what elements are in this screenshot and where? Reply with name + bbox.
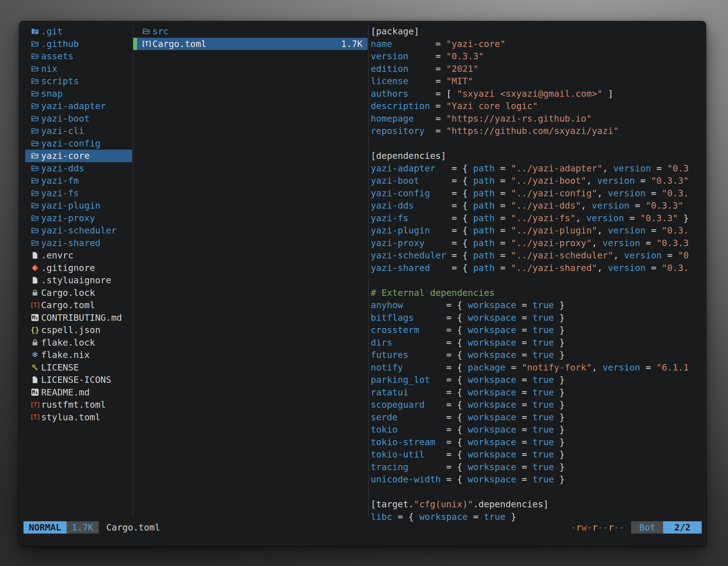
toml-punct: = [662,250,678,261]
preview-line: notify = { package = "notify-fork", vers… [371,361,704,374]
entry-label: nix [41,64,57,74]
toml-key: true [532,462,554,472]
dir-row-yazi-boot[interactable]: yazi-boot [25,112,132,125]
file-row-readme-md[interactable]: M↓README.md [25,386,132,399]
dir-row-yazi-cli[interactable]: yazi-cli [25,125,132,137]
dir-row-yazi-scheduler[interactable]: yazi-scheduler [25,224,132,237]
entry-label: LICENSE-ICONS [41,374,111,385]
dir-row-scripts[interactable]: scripts [25,75,132,88]
entry-label: yazi-proxy [41,213,95,224]
parent-pane[interactable]: .git.githubassetsnixscriptssnapyazi-adap… [25,25,132,423]
file-row-stylua-toml[interactable]: [T]stylua.toml [25,411,132,424]
entry-label: yazi-fs [41,188,79,199]
toml-punct: } [554,474,565,485]
toml-punct: = [408,64,446,74]
dir-row-nix[interactable]: nix [25,63,132,75]
file-row-flake-nix[interactable]: ❄flake.nix [25,349,132,361]
file-row--styluaignore[interactable]: .styluaignore [25,274,132,286]
toml-string: "0.3.3" [640,213,678,224]
file-row-license-icons[interactable]: LICENSE-ICONS [25,373,132,386]
toml-key: workspace [468,374,516,385]
file-row-cargo-lock[interactable]: Cargo.lock [25,286,132,299]
toml-punct: = { [419,175,473,186]
dir-row--github[interactable]: .github [25,38,132,50]
permissions-label: -rw-r--r-- [571,521,625,534]
toml-punct: , [597,188,608,199]
file-row-rustfmt-toml[interactable]: [T]rustfmt.toml [25,398,132,411]
file-row-cargo-toml[interactable]: [T]Cargo.toml [25,299,132,311]
toml-punct: } [554,437,565,447]
permission-char: r [576,522,581,533]
toml-punct: } [554,374,565,385]
dir-row-yazi-shared[interactable]: yazi-shared [25,237,132,250]
toml-key: workspace [468,349,516,360]
toml-key: crossterm [371,325,419,335]
toml-key: version [608,188,646,199]
file-row-license[interactable]: LICENSE [25,361,132,374]
toml-string: "../yazi-config" [511,188,597,199]
preview-line: dirs = { workspace = true } [371,336,704,349]
preview-line: parking_lot = { workspace = true } [371,373,704,386]
file-row-flake-lock[interactable]: flake.lock [25,336,132,349]
toml-key: unicode-width [371,474,441,485]
current-pane[interactable]: src[T]Cargo.toml1.7K [133,25,368,50]
toml-punct: } [554,325,565,335]
preview-line: tokio = { workspace = true } [371,423,704,436]
entry-label: rustfmt.toml [41,399,106,410]
toml-key: yazi-boot [371,175,419,186]
toml-key: true [532,349,554,360]
file-row--gitignore[interactable]: .gitignore [25,262,132,274]
folder-icon [30,38,40,50]
toml-punct: = { [435,437,468,447]
dir-row-yazi-fs[interactable]: yazi-fs [25,187,132,200]
toml-key: workspace [468,437,516,447]
dir-row-yazi-fm[interactable]: yazi-fm [25,175,132,187]
dir-row-yazi-dds[interactable]: yazi-dds [25,162,132,175]
folder-icon [30,238,40,249]
entry-label: scripts [41,76,79,86]
file-icon [30,374,40,385]
file-row--envrc[interactable]: .envrc [25,249,132,262]
dir-row-src[interactable]: src [133,25,368,38]
dir-row--git[interactable]: .git [25,25,132,38]
toml-string: "0 [678,250,689,261]
dir-row-assets[interactable]: assets [25,50,132,63]
toml-punct: = [408,76,446,86]
mode-badge: NORMAL [24,521,67,534]
toml-punct: = { [392,511,419,522]
file-size-badge: 1.7K [67,521,99,534]
preview-line: name = "yazi-core" [371,38,704,50]
permission-char: - [603,522,608,533]
toml-punct: = [646,263,662,273]
toml-key: version [602,238,640,248]
git-icon [30,262,40,274]
dir-row-yazi-proxy[interactable]: yazi-proxy [25,212,132,225]
file-row-cargo-toml[interactable]: [T]Cargo.toml1.7K [133,38,368,50]
dir-row-yazi-adapter[interactable]: yazi-adapter [25,100,132,112]
toml-punct: = [624,213,640,224]
entry-label: flake.nix [41,349,90,360]
toml-string: "../yazi-boot" [511,175,586,186]
toml-punct: = [516,300,532,310]
toml-punct: = { [414,200,473,211]
folder-icon [30,200,40,211]
toml-key: true [532,387,554,398]
file-size-label: 1.7K [341,39,368,49]
preview-pane[interactable]: [package]name = "yazi-core"version = "0.… [371,25,704,523]
toml-punct: = [516,437,532,447]
entry-label: LICENSE [41,362,79,373]
dir-row-yazi-plugin[interactable]: yazi-plugin [25,200,132,212]
dir-row-yazi-config[interactable]: yazi-config [25,137,132,150]
toml-string: "notify-fork" [522,362,591,373]
selection-marker [133,38,137,50]
file-row-contributing-md[interactable]: M↓CONTRIBUTING.md [25,311,132,324]
preview-line: yazi-dds = { path = "../yazi-dds", versi… [371,200,704,212]
toml-key: path [473,175,495,186]
counter-badge: 2/2 [663,521,702,534]
permission-char: w [581,522,587,533]
dir-row-yazi-core[interactable]: yazi-core [25,150,132,162]
toml-punct: [package] [371,26,419,37]
file-row-cspell-json[interactable]: {}cspell.json [25,324,132,336]
toml-punct: = { [430,188,473,199]
dir-row-snap[interactable]: snap [25,88,132,100]
